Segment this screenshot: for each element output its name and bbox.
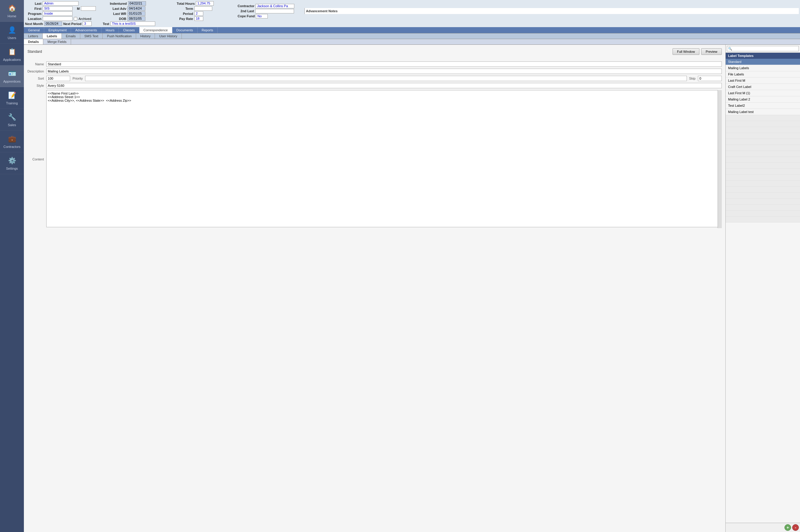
template-item-last_first_m[interactable]: Last First M: [726, 78, 800, 84]
template-item-empty: [726, 133, 800, 139]
program-label: Program: [25, 12, 41, 16]
tab-reports[interactable]: Reports: [198, 27, 218, 33]
next-period-value: 3: [83, 21, 92, 26]
template-item-empty: [726, 157, 800, 163]
tab2-labels[interactable]: Labels: [43, 33, 62, 39]
template-item-empty: [726, 205, 800, 211]
tab-correspondence[interactable]: Correspondence: [140, 27, 172, 33]
section-title: Standard: [28, 50, 42, 54]
home-icon: 🏠: [7, 4, 17, 13]
remove-button[interactable]: -: [792, 524, 799, 531]
contractor-label: Contractor: [238, 4, 254, 8]
sort-label: Sort: [28, 77, 44, 80]
search-box: 🔍: [726, 45, 800, 53]
sidebar-item-users[interactable]: 👤 Users: [0, 22, 24, 43]
sidebar-item-applications[interactable]: 📋 Applications: [0, 43, 24, 65]
training-icon: 📝: [7, 91, 17, 100]
style-label: Style: [28, 84, 44, 88]
template-item-mailing_label_test[interactable]: Mailing Label test: [726, 109, 800, 115]
next-period-label: Next Period: [63, 22, 81, 26]
tab2-user_history[interactable]: User History: [155, 33, 182, 39]
template-list: StandardMailing LabelsFile LabelsLast Fi…: [726, 59, 800, 523]
sidebar-item-sales[interactable]: 🔧 Sales: [0, 109, 24, 131]
sidebar-item-settings[interactable]: ⚙️ Settings: [0, 152, 24, 174]
tab-documents[interactable]: Documents: [172, 27, 198, 33]
template-item-test_label2[interactable]: Test Label2: [726, 102, 800, 109]
search-input[interactable]: [727, 46, 799, 51]
tab2-history[interactable]: History: [136, 33, 155, 39]
sidebar-label-training: Training: [6, 101, 18, 105]
template-item-empty: [726, 175, 800, 181]
test-label: Test: [93, 22, 109, 26]
bottom-bar: + -: [726, 523, 800, 532]
name-input[interactable]: [46, 61, 722, 67]
add-button[interactable]: +: [784, 524, 791, 531]
action-buttons: Full Window Preview: [673, 48, 722, 55]
template-item-file_labels[interactable]: File Labels: [726, 71, 800, 78]
template-item-mailing_label2[interactable]: Mailing Label 2: [726, 96, 800, 102]
tab2-emails[interactable]: Emails: [62, 33, 80, 39]
content-scrollbar[interactable]: [717, 90, 722, 228]
sidebar-item-contractors[interactable]: 💼 Contractors: [0, 131, 24, 152]
skip-input[interactable]: [698, 76, 722, 81]
tab-general[interactable]: General: [24, 27, 44, 33]
archived-checkbox[interactable]: [74, 17, 77, 21]
priority-label: Priority: [73, 77, 83, 80]
template-item-empty: [726, 169, 800, 175]
sidebar-label-contractors: Contractors: [4, 145, 21, 149]
sidebar-item-home[interactable]: 🏠 Home: [0, 0, 24, 22]
search-wrapper: 🔍: [727, 46, 799, 51]
period-value: 2: [194, 11, 203, 16]
next-month-label: Next Month: [25, 22, 43, 26]
preview-button[interactable]: Preview: [701, 48, 722, 55]
total-hours-label: Total Hours: [177, 2, 195, 5]
sidebar-item-training[interactable]: 📝 Training: [0, 87, 24, 109]
tab2-push_notification[interactable]: Push Notification: [103, 33, 136, 39]
template-item-empty: [726, 139, 800, 145]
cope-fund-value: No: [256, 14, 268, 18]
tab-hours[interactable]: Hours: [102, 27, 119, 33]
sidebar-label-home: Home: [7, 14, 16, 18]
contractor-value: Jackson & Collins Pa: [256, 4, 294, 8]
tab3-merge_fields[interactable]: Merge Fields: [43, 39, 71, 44]
tab2-letters[interactable]: Letters: [24, 33, 43, 39]
tab3-details[interactable]: Details: [24, 39, 43, 44]
dob-label: DOB: [110, 17, 126, 21]
full-window-button[interactable]: Full Window: [673, 48, 699, 55]
template-item-mailing_labels[interactable]: Mailing Labels: [726, 65, 800, 71]
search-icon: 🔍: [728, 47, 732, 51]
tab-employment[interactable]: Employment: [44, 27, 71, 33]
template-item-empty: [726, 127, 800, 133]
template-item-empty: [726, 163, 800, 169]
style-input[interactable]: [46, 83, 722, 88]
sidebar-item-apprentices[interactable]: 🪪 Apprentices: [0, 65, 24, 87]
term-label: Term: [177, 7, 193, 11]
template-item-empty: [726, 198, 800, 205]
sidebar-label-sales: Sales: [8, 123, 16, 127]
last-adv-label: Last Adv: [110, 7, 126, 11]
main-content: Last Admin First SIS M Program Inside Lo…: [24, 0, 800, 532]
template-item-standard[interactable]: Standard: [726, 59, 800, 65]
priority-input[interactable]: [85, 76, 687, 81]
sort-input[interactable]: [46, 76, 70, 81]
2nd-last-value: [255, 9, 294, 14]
location-value: [43, 16, 73, 21]
template-item-empty: [726, 115, 800, 121]
template-header: Label Templates: [726, 53, 800, 59]
left-panel: Standard Full Window Preview Name Descri…: [24, 45, 725, 532]
indentured-label: Indentured: [110, 2, 127, 5]
last-wr-value: 01/01/25: [127, 11, 145, 16]
tab2-sms_text[interactable]: SMS Text: [80, 33, 103, 39]
pay-rate-label: Pay Rate: [177, 17, 193, 21]
content-textarea[interactable]: [46, 90, 722, 227]
template-item-craft_cert_label[interactable]: Craft Cert Label: [726, 84, 800, 90]
period-label: Period: [177, 12, 193, 16]
advancement-notes-label: Advancement Notes: [306, 9, 338, 13]
template-item-last_first_m1[interactable]: Last First M (1): [726, 90, 800, 96]
description-input[interactable]: [46, 69, 722, 74]
template-item-empty: [726, 211, 800, 216]
archived-label: Archived: [78, 17, 91, 21]
sales-icon: 🔧: [7, 112, 17, 122]
tab-advancements[interactable]: Advancements: [71, 27, 102, 33]
tab-classes[interactable]: Classes: [119, 27, 139, 33]
